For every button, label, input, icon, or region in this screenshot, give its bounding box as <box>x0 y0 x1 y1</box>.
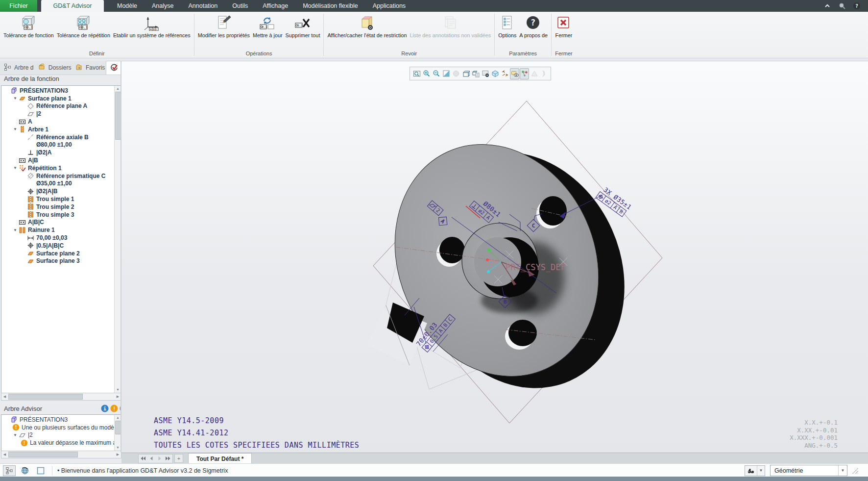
hole-bottom[interactable] <box>508 320 537 346</box>
scroll-thumb[interactable] <box>8 394 83 400</box>
model-tree-toggle-icon[interactable] <box>3 465 16 476</box>
menu-tab-gdt-advisor[interactable]: GD&T Advisor <box>41 0 104 12</box>
info-icon[interactable]: i <box>101 405 109 413</box>
graphics-area[interactable]: PRT_CSYS_DEF Ø80±1 ø2A 3X Ø35±1 ø2AB <box>121 61 868 453</box>
ribbon-button-show-hide-restriction[interactable]: Afficher/cacher l'état de restriction <box>326 13 408 40</box>
tree-item[interactable]: !La valeur dépasse le maximum au <box>2 439 114 447</box>
ribbon-button-close-red[interactable]: Fermer <box>554 13 574 40</box>
model-view[interactable]: PRT_CSYS_DEF Ø80±1 ø2A 3X Ø35±1 ø2AB <box>121 61 868 453</box>
blank-display-icon[interactable] <box>34 465 47 476</box>
menu-tab-affichage[interactable]: Affichage <box>255 0 295 12</box>
menu-tab-mod-le[interactable]: Modèle <box>110 0 145 12</box>
tree-item[interactable]: PRÉSENTATION3 <box>2 416 114 424</box>
scroll-left-icon[interactable]: ◀ <box>1 393 8 399</box>
navigator-tab-dossiers[interactable]: Dossiers <box>34 61 72 75</box>
scroll-left-icon[interactable]: ◀ <box>1 451 8 457</box>
resize-grip[interactable] <box>852 468 858 474</box>
menu-tab-mod-lisation-flexible[interactable]: Modélisation flexible <box>295 0 365 12</box>
tree-item[interactable]: A|B <box>2 156 114 164</box>
hole-top-right[interactable] <box>539 196 567 226</box>
tree-item[interactable]: Référence plane A <box>2 102 114 110</box>
ribbon-button-update[interactable]: 0.1Mettre à jour <box>251 13 284 40</box>
menu-file-button[interactable]: Fichier <box>0 0 37 12</box>
tree-item-label: La valeur dépasse le maximum au <box>28 439 114 446</box>
window-controls: ? <box>823 0 868 12</box>
tree-item[interactable]: Référence axiale B <box>2 133 114 141</box>
ribbon-button-pattern-tolerance[interactable]: 0.1Tolérance de répétition <box>55 13 112 40</box>
ribbon-button-delete-all[interactable]: 0.1Supprimer tout <box>284 13 322 40</box>
advisor-tree: PRÉSENTATION3!Une ou plusieurs surfaces … <box>1 414 121 451</box>
ribbon-button-options[interactable]: Options <box>497 13 518 40</box>
next-sheet-icon[interactable] <box>156 455 164 462</box>
help-icon[interactable]: ? <box>852 1 861 10</box>
tree-item[interactable]: ▼Rainure 1 <box>2 226 114 234</box>
tree-item[interactable]: Ø35,00 ±1,00 <box>2 180 114 188</box>
menu-tab-annotation[interactable]: Annotation <box>181 0 225 12</box>
tree-item[interactable]: ▼Surface plane 1 <box>2 95 114 102</box>
ribbon-button-label: Etablir un système de références <box>113 32 191 39</box>
ribbon-group-fermer: FermerFermer <box>552 12 576 58</box>
tree-item[interactable]: |0.5|A|B|C <box>2 242 114 250</box>
prev-sheet-icon[interactable] <box>147 455 155 462</box>
sheet-tab-bar: + Tout Par Défaut * <box>121 453 868 464</box>
tree-item[interactable]: 70,00 ±0,03 <box>2 234 114 242</box>
tree-item[interactable]: ▼|2 <box>2 431 114 439</box>
scroll-thumb[interactable] <box>8 452 78 457</box>
ribbon-button-about[interactable]: ?A propos de <box>518 13 549 40</box>
add-sheet-button[interactable]: + <box>174 454 183 463</box>
tree-item[interactable]: !Une ou plusieurs surfaces du modèle <box>2 424 114 431</box>
navigator-tab-gdt-advisor[interactable] <box>106 61 121 75</box>
caret-down-icon[interactable]: ▼ <box>12 433 18 437</box>
function-tree-hscrollbar[interactable]: ◀ ▶ <box>1 393 121 401</box>
tree-item[interactable]: Surface plane 2 <box>2 250 114 257</box>
menu-tab-analyse[interactable]: Analyse <box>145 0 181 12</box>
ribbon-group-label: Définir <box>0 50 194 58</box>
tree-item[interactable]: Trou simple 2 <box>2 203 114 211</box>
tree-item[interactable]: PRÉSENTATION3 <box>2 87 114 95</box>
advisor-vscrollbar[interactable]: ▲ ▼ <box>114 415 121 451</box>
caret-down-icon[interactable]: ▼ <box>12 127 18 131</box>
caret-down-icon[interactable]: ▼ <box>12 228 18 232</box>
tree-item[interactable]: ▼Répétition 1 <box>2 164 114 172</box>
browser-icon[interactable] <box>19 465 31 476</box>
tree-item[interactable]: A <box>2 118 114 126</box>
ribbon-button-edit-properties[interactable]: Modifier les propriétés <box>196 13 251 40</box>
find-icon[interactable] <box>745 466 757 476</box>
navigator-tab-arbre-d[interactable]: Arbre d <box>0 61 34 75</box>
first-sheet-icon[interactable] <box>139 455 147 462</box>
navigator-tab-favoris[interactable]: ✳Favoris <box>72 61 106 75</box>
search-icon[interactable] <box>838 1 846 10</box>
menu-tab-applications[interactable]: Applications <box>365 0 413 12</box>
tolerance-block: X.X.+-0.1X.XX.+-0.01X.XXX.+-0.001ANG.+-0… <box>790 419 838 449</box>
function-tree-vscrollbar[interactable]: ▲ ▼ <box>114 86 121 393</box>
tree-item[interactable]: |Ø2|A <box>2 149 114 156</box>
gdt-check-icon <box>110 63 118 73</box>
tree-item[interactable]: Ø80,00 ±1,00 <box>2 141 114 149</box>
tree-item[interactable]: Référence prismatique C <box>2 172 114 180</box>
tree-item[interactable]: Surface plane 3 <box>2 257 114 265</box>
tree-item[interactable]: A|B|C <box>2 219 114 227</box>
find-button[interactable]: ▼ <box>745 465 765 476</box>
menu-tab-outils[interactable]: Outils <box>225 0 255 12</box>
find-dropdown-icon[interactable]: ▼ <box>757 466 765 476</box>
update-icon: 0.1 <box>259 14 276 32</box>
collapse-ribbon-icon[interactable] <box>823 1 832 10</box>
ribbon-button-datum-system[interactable]: ABCEtablir un système de références <box>112 13 192 40</box>
hole-left[interactable] <box>439 237 465 263</box>
tree-item[interactable]: ▼Arbre 1 <box>2 126 114 133</box>
selection-filter-dropdown[interactable]: Géométrie ▼ <box>770 465 847 476</box>
advisor-hscrollbar[interactable]: ◀ ▶ <box>1 451 121 458</box>
sheet-tab-active[interactable]: Tout Par Défaut * <box>188 453 252 464</box>
tree-item[interactable]: Trou simple 1 <box>2 195 114 203</box>
ribbon-button-feature-tolerance[interactable]: 0.1Tolérance de fonction <box>2 13 55 40</box>
caret-down-icon[interactable]: ▼ <box>12 96 18 101</box>
tree-item[interactable]: Trou simple 3 <box>2 211 114 219</box>
tree-item[interactable]: |2 <box>2 110 114 118</box>
tree-item[interactable]: |Ø2|A|B <box>2 187 114 195</box>
warning-icon[interactable]: ! <box>110 405 118 413</box>
caret-down-icon[interactable]: ▼ <box>12 166 18 170</box>
csys-label[interactable]: PRT_CSYS_DEF <box>506 262 566 272</box>
chevron-down-icon[interactable]: ▼ <box>838 465 847 476</box>
svg-text:A: A <box>612 204 619 211</box>
last-sheet-icon[interactable] <box>164 455 172 462</box>
